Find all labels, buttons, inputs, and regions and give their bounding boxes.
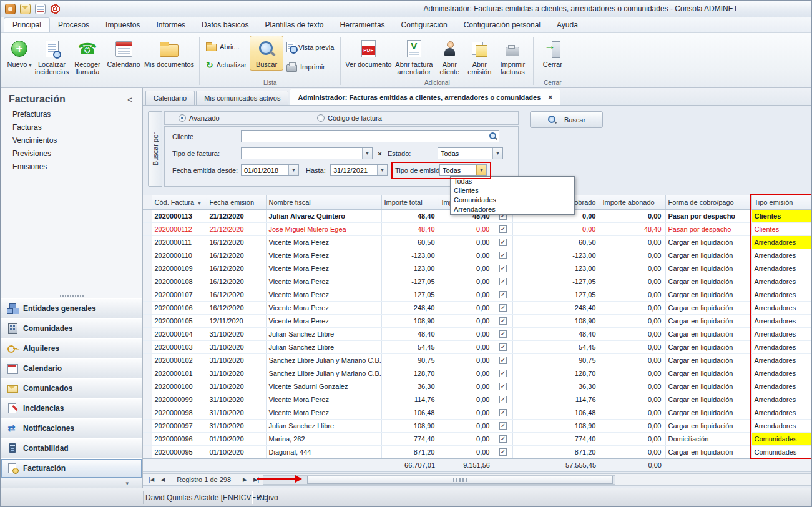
dropdown-arrow-icon[interactable]: ▼ xyxy=(492,148,502,159)
table-row[interactable]: 2020000103 31/10/2020 Julian Sanchez Lli… xyxy=(143,340,811,353)
calendario-button[interactable]: Calendario xyxy=(105,36,142,71)
table-row[interactable]: 2020000095 01/10/2020 Diagonal, 444 871,… xyxy=(143,445,811,458)
sidebar-item[interactable]: Vencimientos xyxy=(1,134,142,147)
cliente-search-icon[interactable] xyxy=(489,132,497,140)
table-row[interactable]: 2020000110 16/12/2020 Vicente Mora Perez… xyxy=(143,249,811,262)
nav-item[interactable]: Calendario xyxy=(1,358,142,378)
abrir-factura-arrendador-button[interactable]: Abrir factura arrendador xyxy=(393,36,435,78)
nav-item[interactable]: Contabilidad xyxy=(1,438,142,458)
sidebar-item[interactable]: Emisiones xyxy=(1,160,142,174)
row-checkbox[interactable] xyxy=(499,383,507,390)
imprimir-facturas-button[interactable]: Imprimir facturas xyxy=(495,36,530,78)
dropdown-arrow-icon[interactable]: ▼ xyxy=(476,165,486,175)
table-row[interactable]: 2020000105 12/11/2020 Vicente Mora Perez… xyxy=(143,314,811,327)
record-quick-icon[interactable] xyxy=(50,4,61,14)
table-row[interactable]: 2020000096 01/10/2020 Marina, 262 774,40… xyxy=(143,432,811,445)
col-importe-total[interactable]: Importe total xyxy=(381,195,439,209)
row-checkbox[interactable] xyxy=(499,239,507,246)
dropdown-option[interactable]: Arrendadores xyxy=(451,205,574,214)
col-cod-factura[interactable]: Cód. Factura▼ xyxy=(152,195,207,209)
menu-tab[interactable]: Configuración personal xyxy=(456,18,549,32)
clear-tipo-factura-icon[interactable]: × xyxy=(375,148,384,159)
edit-document-quick-icon[interactable] xyxy=(35,4,46,14)
close-tab-icon[interactable]: × xyxy=(548,93,552,102)
buscar-por-vertical-tab[interactable]: Buscar por xyxy=(148,111,162,187)
nav-item[interactable]: Comunidades xyxy=(1,318,142,338)
app-logo-icon[interactable] xyxy=(5,4,16,14)
prev-record-button[interactable]: ◀ xyxy=(157,476,168,483)
table-row[interactable]: 2020000109 16/12/2020 Vicente Mora Perez… xyxy=(143,262,811,275)
menu-tab[interactable]: Informes xyxy=(148,18,193,32)
row-checkbox[interactable] xyxy=(499,225,507,233)
table-row[interactable]: 2020000098 31/10/2020 Vicente Mora Perez… xyxy=(143,406,811,419)
table-row[interactable]: 2020000102 31/10/2020 Sanchez Llibre Jul… xyxy=(143,353,811,367)
table-row[interactable]: 2020000108 16/12/2020 Vicente Mora Perez… xyxy=(143,275,811,288)
table-row[interactable]: 2020000107 16/12/2020 Vicente Mora Perez… xyxy=(143,288,811,301)
nav-item[interactable]: Incidencias xyxy=(1,398,142,418)
menu-tab[interactable]: Principal xyxy=(4,17,50,32)
row-checkbox[interactable] xyxy=(499,265,507,272)
col-importe-abonado[interactable]: Importe abonado xyxy=(600,195,665,209)
dropdown-arrow-icon[interactable]: ▼ xyxy=(288,165,298,175)
ver-documento-button[interactable]: Ver documento xyxy=(344,36,393,71)
sidebar-item[interactable]: Facturas xyxy=(1,121,142,134)
buscar-button[interactable]: Buscar xyxy=(530,111,603,128)
first-record-button[interactable]: |◀ xyxy=(145,476,157,483)
cliente-input[interactable] xyxy=(241,130,499,142)
row-checkbox[interactable] xyxy=(499,317,507,325)
nav-splitter[interactable] xyxy=(1,293,142,298)
tab-mis-comunicados[interactable]: Mis comunicados activos xyxy=(196,91,288,105)
row-checkbox[interactable] xyxy=(499,370,507,377)
vista-previa-button[interactable]: Vista previa xyxy=(283,41,337,54)
nav-item[interactable]: Facturación xyxy=(1,458,142,478)
configure-buttons-icon[interactable]: ▾ xyxy=(125,480,129,486)
table-row[interactable]: 2020000104 31/10/2020 Julian Sanchez Lli… xyxy=(143,327,811,340)
tab-calendario[interactable]: Calendario xyxy=(145,91,195,105)
row-checkbox[interactable] xyxy=(499,343,507,351)
dropdown-option[interactable]: Comunidades xyxy=(451,195,574,205)
col-forma-cobro[interactable]: Forma de cobro/pago xyxy=(665,195,751,209)
row-checkbox[interactable] xyxy=(499,304,507,312)
fecha-hasta-picker[interactable]: 31/12/2021 ▼ xyxy=(330,164,388,176)
abrir-emision-button[interactable]: Abrir emisión xyxy=(464,36,495,78)
estado-combo[interactable]: Todas ▼ xyxy=(438,147,503,159)
table-row[interactable]: 2020000101 31/10/2020 Sanchez Llibre Jul… xyxy=(143,367,811,380)
row-checkbox[interactable] xyxy=(499,448,507,456)
recoger-llamada-button[interactable]: ☎ Recoger llamada xyxy=(70,36,105,78)
imprimir-button[interactable]: Imprimir xyxy=(283,61,337,73)
row-checkbox[interactable] xyxy=(499,291,507,298)
dropdown-option[interactable]: Clientes xyxy=(451,186,574,195)
row-checkbox[interactable] xyxy=(499,422,507,430)
dropdown-arrow-icon[interactable]: ▼ xyxy=(362,148,372,159)
tipo-emision-combo[interactable]: Todas ▼ xyxy=(439,164,487,176)
menu-tab[interactable]: Datos básicos xyxy=(193,18,257,32)
nav-item[interactable]: Notificaciones xyxy=(1,418,142,438)
row-checkbox[interactable] xyxy=(499,409,507,416)
dropdown-option[interactable]: Todas xyxy=(451,177,574,186)
nav-item[interactable]: Entidades generales xyxy=(1,298,142,318)
buscar-ribbon-button[interactable]: Buscar xyxy=(250,36,283,71)
table-row[interactable]: 2020000097 31/10/2020 Julian Sanchez Lli… xyxy=(143,419,811,432)
row-checkbox[interactable] xyxy=(499,435,507,443)
tipo-factura-combo[interactable]: ▼ xyxy=(241,147,373,159)
radio-codigo-factura[interactable]: Código de factura xyxy=(317,114,382,122)
abrir-cliente-button[interactable]: Abrir cliente xyxy=(435,36,464,78)
cerrar-button[interactable]: → Cerrar xyxy=(537,36,568,71)
table-row[interactable]: 2020000111 16/12/2020 Vicente Mora Perez… xyxy=(143,235,811,249)
menu-tab[interactable]: Herramientas xyxy=(332,18,393,32)
col-tipo-emision[interactable]: Tipo emisión xyxy=(751,195,811,209)
nav-item[interactable]: Alquileres xyxy=(1,338,142,358)
nuevo-button[interactable]: + Nuevo ▾ xyxy=(5,36,34,72)
sidebar-item[interactable]: Previsiones xyxy=(1,147,142,160)
table-row[interactable]: 2020000099 31/10/2020 Vicente Mora Perez… xyxy=(143,393,811,406)
table-row[interactable]: 2020000100 31/10/2020 Vicente Sadurni Go… xyxy=(143,380,811,393)
abrir-button[interactable]: Abrir... xyxy=(203,41,250,52)
table-row[interactable]: 2020000106 16/12/2020 Vicente Mora Perez… xyxy=(143,301,811,314)
scrollbar-thumb[interactable] xyxy=(307,476,613,484)
row-checkbox[interactable] xyxy=(499,357,507,364)
menu-tab[interactable]: Plantillas de texto xyxy=(257,18,331,32)
tab-facturas-emitidas[interactable]: Administrador: Facturas emitidas a clien… xyxy=(290,89,560,105)
mail-quick-icon[interactable] xyxy=(20,4,31,14)
dropdown-arrow-icon[interactable]: ▼ xyxy=(377,165,387,175)
col-fecha-emision[interactable]: Fecha emisión xyxy=(207,195,266,209)
